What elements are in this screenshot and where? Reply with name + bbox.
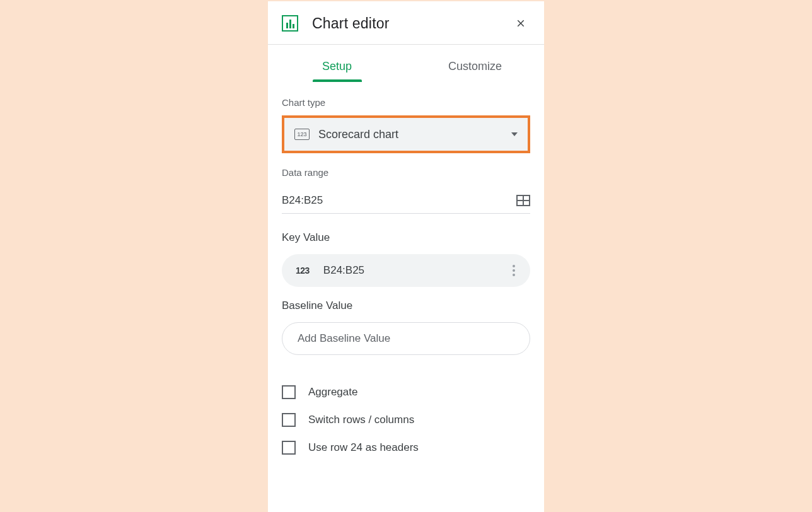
grid-cell-icon	[523, 201, 530, 206]
select-range-button[interactable]	[516, 195, 530, 206]
scorecard-icon: 123	[294, 129, 310, 140]
number-icon: 123	[296, 265, 310, 276]
dot-icon	[513, 265, 515, 267]
use-row-headers-label: Use row 24 as headers	[308, 441, 419, 454]
panel-title: Chart editor	[312, 15, 511, 32]
key-value-label: Key Value	[282, 231, 530, 244]
chart-icon	[282, 15, 298, 32]
baseline-value-label: Baseline Value	[282, 300, 530, 312]
data-range-input[interactable]: B24:B25	[282, 194, 516, 207]
close-icon	[515, 18, 526, 29]
use-row-headers-checkbox-row[interactable]: Use row 24 as headers	[282, 441, 530, 455]
chart-editor-panel: Chart editor Setup Customize Chart type …	[268, 1, 544, 512]
grid-cell-icon	[517, 195, 523, 201]
tab-bar: Setup Customize	[268, 45, 544, 82]
chart-type-value: Scorecard chart	[318, 128, 511, 141]
chevron-down-icon	[511, 132, 518, 136]
close-button[interactable]	[511, 14, 530, 33]
aggregate-label: Aggregate	[308, 386, 357, 399]
setup-content: Chart type 123 Scorecard chart Data rang…	[268, 82, 544, 512]
dot-icon	[513, 274, 515, 276]
aggregate-checkbox-row[interactable]: Aggregate	[282, 385, 530, 399]
add-baseline-button[interactable]: Add Baseline Value	[282, 322, 530, 355]
grid-cell-icon	[517, 201, 523, 206]
checkbox-icon	[282, 441, 296, 455]
checkbox-icon	[282, 413, 296, 427]
key-value-text: B24:B25	[323, 264, 510, 277]
checkbox-icon	[282, 385, 296, 399]
chart-type-dropdown[interactable]: 123 Scorecard chart	[284, 118, 528, 151]
tab-setup[interactable]: Setup	[268, 54, 406, 82]
key-value-more-button[interactable]	[510, 262, 518, 279]
switch-rows-label: Switch rows / columns	[308, 414, 414, 426]
chart-type-highlight: 123 Scorecard chart	[282, 115, 530, 153]
grid-cell-icon	[523, 195, 530, 201]
data-range-label: Data range	[282, 167, 530, 178]
chart-type-label: Chart type	[282, 97, 530, 108]
key-value-chip[interactable]: 123 B24:B25	[282, 254, 530, 287]
switch-rows-checkbox-row[interactable]: Switch rows / columns	[282, 413, 530, 427]
dot-icon	[513, 269, 515, 272]
data-range-row: B24:B25	[282, 185, 530, 214]
panel-header: Chart editor	[268, 1, 544, 45]
tab-customize[interactable]: Customize	[406, 54, 544, 82]
